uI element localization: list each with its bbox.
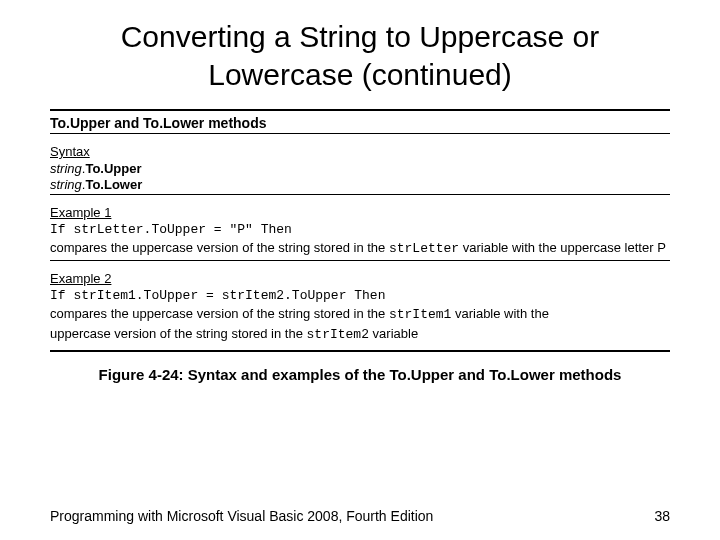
example2-code: If strItem1.ToUpper = strItem2.ToUpper T… bbox=[50, 288, 670, 303]
title-line-2: Lowercase (continued) bbox=[208, 58, 512, 91]
ex2-desc1-pre: compares the uppercase version of the st… bbox=[50, 306, 389, 321]
syntax-method-1: To.Upper bbox=[85, 161, 141, 176]
divider-thin-3 bbox=[50, 260, 670, 261]
ex1-desc-var: strLetter bbox=[389, 241, 459, 256]
ex2-desc1-var: strItem1 bbox=[389, 307, 451, 322]
ex2-desc1-post: variable with the bbox=[451, 306, 549, 321]
ex2-desc2-var: strItem2 bbox=[307, 327, 369, 342]
ex2-desc2-post: variable bbox=[369, 326, 418, 341]
section-heading: To.Upper and To.Lower methods bbox=[50, 115, 670, 131]
figure-caption: Figure 4-24: Syntax and examples of the … bbox=[0, 366, 720, 383]
divider-thin-2 bbox=[50, 194, 670, 195]
syntax-label: Syntax bbox=[50, 144, 670, 159]
ex2-desc2-pre: uppercase version of the string stored i… bbox=[50, 326, 307, 341]
slide-title: Converting a String to Uppercase or Lowe… bbox=[0, 0, 720, 99]
page-number: 38 bbox=[654, 508, 670, 524]
example1-code: If strLetter.ToUpper = "P" Then bbox=[50, 222, 670, 237]
example1-label: Example 1 bbox=[50, 205, 670, 220]
ex1-desc-pre: compares the uppercase version of the st… bbox=[50, 240, 389, 255]
example2-desc-line2: uppercase version of the string stored i… bbox=[50, 325, 670, 344]
example1-desc: compares the uppercase version of the st… bbox=[50, 239, 670, 258]
syntax-object-1: string bbox=[50, 161, 82, 176]
syntax-object-2: string bbox=[50, 177, 82, 192]
slide: Converting a String to Uppercase or Lowe… bbox=[0, 0, 720, 540]
ex1-desc-post: variable with the uppercase letter P bbox=[459, 240, 666, 255]
divider-thin-1 bbox=[50, 133, 670, 134]
syntax-line-1: string.To.Upper bbox=[50, 161, 670, 176]
title-line-1: Converting a String to Uppercase or bbox=[121, 20, 600, 53]
divider-bottom-thick bbox=[50, 350, 670, 352]
example2-label: Example 2 bbox=[50, 271, 670, 286]
content-box: To.Upper and To.Lower methods Syntax str… bbox=[0, 99, 720, 352]
footer: Programming with Microsoft Visual Basic … bbox=[50, 508, 670, 524]
syntax-method-2: To.Lower bbox=[85, 177, 142, 192]
divider-top-thick bbox=[50, 109, 670, 111]
footer-left: Programming with Microsoft Visual Basic … bbox=[50, 508, 433, 524]
syntax-line-2: string.To.Lower bbox=[50, 177, 670, 192]
example2-desc-line1: compares the uppercase version of the st… bbox=[50, 305, 670, 324]
